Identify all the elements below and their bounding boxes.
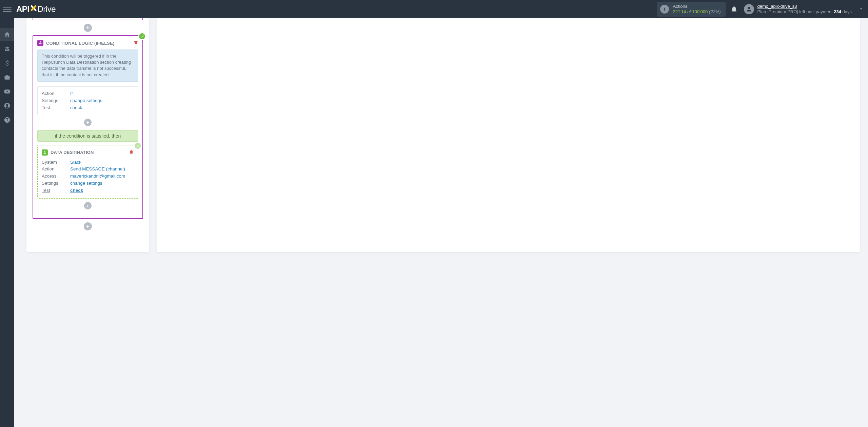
config-key: Action [42,90,70,97]
briefcase-icon [4,74,11,81]
youtube-icon [4,88,11,95]
config-key: Settings [42,97,70,104]
action-link[interactable]: If [70,91,73,96]
avatar[interactable] [744,4,754,14]
add-step-button[interactable]: + [84,222,92,230]
main: + 4 CONDITIONAL LOGIC (IF/ELSE) This con… [0,18,868,266]
help-icon [4,117,11,123]
delete-dest-button[interactable] [129,149,134,156]
step-number-badge: 4 [37,40,43,46]
test-link[interactable]: check [70,188,83,193]
nav-help[interactable] [0,113,14,127]
config-key: Access [42,173,70,180]
add-dest-step-button[interactable]: + [84,202,92,209]
access-link[interactable]: maverickandrii@gmail.com [70,174,125,179]
flow-column: + 4 CONDITIONAL LOGIC (IF/ELSE) This con… [26,18,149,252]
data-destination-card: 1 DATA DESTINATION System Slack Action S… [37,145,138,199]
config-key: System [42,159,70,166]
user-circle-icon [4,102,11,109]
check-icon [140,34,144,38]
card-header: 4 CONDITIONAL LOGIC (IF/ELSE) [37,40,138,46]
actions-pct: (22%) [709,9,721,14]
check-icon [136,144,140,148]
card-header: 1 DATA DESTINATION [42,149,134,156]
trash-icon [129,149,134,155]
config-key: Test [42,104,70,111]
nav-account[interactable] [0,99,14,113]
user-menu[interactable]: demo_apix-drive_s3 Plan |Premium PRO| le… [757,4,852,14]
step-status-ok [138,33,146,40]
config-row: Settings change settings [42,97,134,104]
actions-used: 22'114 [673,9,686,14]
details-column [157,18,860,252]
add-inner-step-button[interactable]: + [84,119,92,126]
nav-projects[interactable] [0,70,14,84]
condition-satisfied-banner: if the condition is satisfied, then [37,130,138,142]
menu-toggle[interactable] [3,5,12,14]
logo-drive: Drive [38,4,56,14]
test-link[interactable]: check [70,105,82,110]
chevron-down-icon [859,6,864,12]
config-row: Action If [42,90,134,97]
card-title: CONDITIONAL LOGIC (IF/ELSE) [46,41,115,46]
config-row: System Slack [42,159,134,166]
user-menu-toggle[interactable] [852,6,864,13]
config-row: Test check [42,104,134,111]
config-key: Settings [42,180,70,187]
flow-panel: + 4 CONDITIONAL LOGIC (IF/ELSE) This con… [26,18,149,252]
bell-icon [730,5,738,13]
settings-link[interactable]: change settings [70,181,102,186]
config-row: Action Send MESSAGE (channel) [42,166,134,173]
actions-counter[interactable]: i Actions: 22'114 of 100'000 (22%) [657,2,726,17]
delete-step-button[interactable] [133,40,138,46]
condition-description: This condition will be triggered if in t… [37,49,138,82]
info-icon: i [660,5,669,14]
config-row: Settings change settings [42,180,134,187]
actions-label: Actions: [673,4,721,9]
condition-config: Action If Settings change settings Test … [37,86,138,115]
settings-link[interactable]: change settings [70,98,102,103]
config-row: Access maverickandrii@gmail.com [42,173,134,180]
step-number-badge: 1 [42,149,48,156]
actions-total: 100'000 [692,9,708,14]
sidebar [0,18,14,266]
nav-integrations[interactable] [0,42,14,56]
details-panel [157,18,860,252]
nav-billing[interactable] [0,56,14,70]
system-link[interactable]: Slack [70,160,81,165]
config-row: Test check [42,187,134,194]
home-icon [4,31,11,38]
conditional-logic-card: 4 CONDITIONAL LOGIC (IF/ELSE) This condi… [33,35,143,219]
dest-status-ok [134,142,141,149]
topbar: API Drive i Actions: 22'114 of 100'000 (… [0,0,868,18]
action-link[interactable]: Send MESSAGE (channel) [70,166,125,171]
logo-api: API [16,4,29,14]
user-name: demo_apix-drive_s3 [757,4,852,9]
user-plan: Plan |Premium PRO| left until payment 23… [757,9,852,15]
notifications-button[interactable] [730,5,738,13]
card-title: DATA DESTINATION [51,150,94,155]
config-key: Test [42,187,70,194]
sitemap-icon [4,45,11,52]
add-step-button[interactable]: + [84,24,92,32]
trash-icon [133,40,138,45]
logo[interactable]: API Drive [16,4,56,14]
actions-of: of [687,9,691,14]
user-icon [746,6,752,13]
config-key: Action [42,166,70,173]
previous-step-indicator [33,18,143,20]
dollar-icon [4,60,11,66]
logo-x-icon [30,4,37,12]
nav-home[interactable] [0,28,14,41]
nav-tutorials[interactable] [0,85,14,98]
